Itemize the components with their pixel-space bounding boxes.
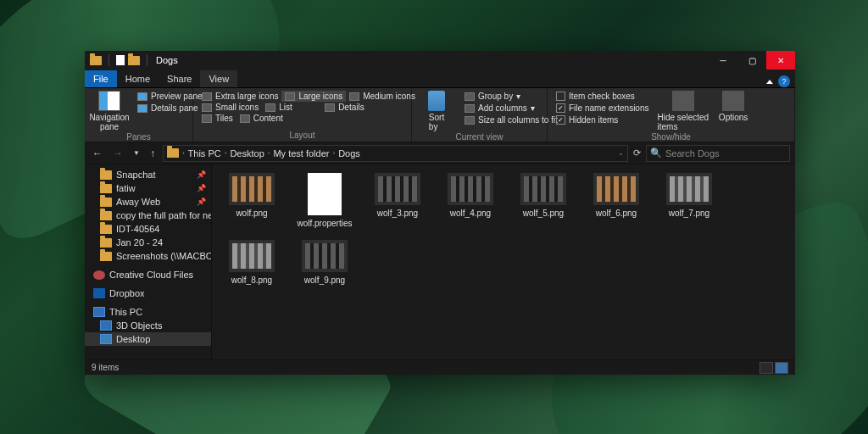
group-label: Show/hide	[553, 131, 789, 142]
layout-details[interactable]: Details	[321, 102, 368, 113]
sort-by-button[interactable]: Sort by	[417, 91, 456, 131]
sidebar-item[interactable]: 3D Objects	[85, 319, 211, 332]
file-item[interactable]: wolf.properties	[288, 173, 361, 228]
minimize-button[interactable]: ─	[709, 51, 737, 70]
file-item[interactable]: wolf_7.png	[653, 173, 726, 228]
size-columns-button[interactable]: Size all columns to fit	[461, 114, 561, 125]
sidebar-item-dropbox[interactable]: Dropbox	[85, 287, 211, 300]
drive-icon	[100, 334, 112, 344]
image-thumbnail	[448, 173, 493, 205]
image-thumbnail	[229, 240, 275, 272]
back-button[interactable]: ←	[90, 147, 105, 159]
close-button[interactable]: ✕	[766, 51, 795, 70]
file-item[interactable]: wolf_3.png	[361, 173, 434, 228]
folder-icon	[100, 170, 112, 180]
tab-file[interactable]: File	[85, 70, 117, 87]
address-bar: ← → ▼ ↑ › This PC› Desktop› My test fold…	[85, 142, 795, 164]
recent-button[interactable]: ▼	[131, 149, 142, 157]
sidebar-item[interactable]: Away Web📌	[85, 195, 211, 209]
group-by-button[interactable]: Group by ▾	[461, 91, 561, 102]
folder-icon	[90, 56, 102, 65]
search-box[interactable]: 🔍 Search Dogs	[646, 145, 790, 162]
sidebar-item[interactable]: Screenshots (\\MACBOOK	[85, 249, 211, 263]
sidebar-item[interactable]: copy the full path for netw📌	[85, 209, 211, 222]
layout-list[interactable]: List	[262, 102, 321, 113]
add-columns-button[interactable]: Add columns ▾	[461, 103, 561, 114]
hide-selected-button[interactable]: Hide selected items	[658, 91, 709, 131]
file-name-extensions[interactable]: ✓File name extensions	[553, 103, 653, 114]
group-label: Panes	[90, 131, 187, 142]
item-check-boxes[interactable]: Item check boxes	[553, 91, 653, 102]
sidebar-item-ccf[interactable]: Creative Cloud Files	[85, 268, 211, 281]
layout-medium[interactable]: Medium icons	[346, 91, 419, 102]
file-item[interactable]: wolf_9.png	[288, 240, 361, 285]
file-item[interactable]: wolf_5.png	[507, 173, 580, 228]
folder-icon	[100, 198, 112, 207]
sidebar-item[interactable]: Jan 20 - 24	[85, 236, 211, 249]
file-item[interactable]: wolf.png	[215, 173, 288, 228]
file-grid[interactable]: wolf.pngwolf.propertieswolf_3.pngwolf_4.…	[212, 164, 795, 359]
titlebar[interactable]: Dogs ─ ▢ ✕	[85, 51, 795, 70]
options-button[interactable]: Options	[714, 91, 753, 122]
ribbon-collapse-icon[interactable]	[766, 80, 773, 84]
hidden-items[interactable]: ✓Hidden items	[553, 114, 653, 125]
folder-icon	[167, 148, 179, 158]
breadcrumb[interactable]: › This PC› Desktop› My test folder› Dogs…	[163, 145, 628, 162]
navigation-pane-button[interactable]: Navigation pane	[90, 91, 129, 131]
tab-home[interactable]: Home	[117, 70, 159, 87]
layout-small[interactable]: Small icons	[198, 102, 262, 113]
icons-view-button[interactable]	[775, 362, 788, 374]
file-name: wolf_3.png	[377, 209, 418, 218]
drive-icon	[100, 320, 112, 331]
refresh-button[interactable]: ⟳	[633, 147, 641, 159]
layout-content[interactable]: Content	[236, 113, 287, 124]
sidebar-item[interactable]: fatiw📌	[85, 181, 211, 195]
layout-large[interactable]: Large icons	[281, 91, 346, 102]
file-name: wolf.png	[236, 209, 267, 218]
maximize-button[interactable]: ▢	[737, 51, 766, 70]
group-label: Current view	[417, 131, 542, 142]
pc-icon	[93, 307, 105, 317]
file-item[interactable]: wolf_4.png	[434, 173, 507, 228]
folder-icon	[100, 211, 112, 220]
ribbon: Navigation pane Preview pane Details pan…	[85, 88, 795, 142]
breadcrumb-item[interactable]: Desktop	[230, 148, 264, 159]
file-name: wolf_7.png	[669, 209, 709, 218]
folder-icon	[128, 56, 140, 65]
search-icon: 🔍	[650, 147, 662, 159]
dropbox-icon	[93, 288, 105, 298]
breadcrumb-item[interactable]: This PC	[188, 148, 221, 159]
layout-extra-large[interactable]: Extra large icons	[198, 91, 281, 102]
group-label: Layout	[198, 130, 406, 140]
breadcrumb-item[interactable]: My test folder	[273, 148, 329, 159]
up-button[interactable]: ↑	[147, 147, 158, 159]
tab-view[interactable]: View	[200, 70, 237, 87]
window-title: Dogs	[156, 55, 178, 65]
file-item[interactable]: wolf_6.png	[580, 173, 653, 228]
tab-share[interactable]: Share	[159, 70, 200, 87]
folder-icon	[100, 225, 112, 234]
file-name: wolf.properties	[297, 219, 352, 228]
ribbon-tabs: File Home Share View ?	[85, 70, 795, 88]
search-placeholder: Search Dogs	[665, 148, 720, 159]
sidebar-item[interactable]: IDT-40564	[85, 222, 211, 236]
sidebar-item-thispc[interactable]: This PC	[85, 305, 211, 319]
folder-icon	[100, 252, 112, 261]
sidebar-item[interactable]: Desktop	[85, 332, 211, 346]
breadcrumb-item[interactable]: Dogs	[338, 148, 360, 159]
layout-tiles[interactable]: Tiles	[198, 113, 236, 124]
help-icon[interactable]: ?	[778, 75, 790, 87]
forward-button[interactable]: →	[110, 147, 125, 159]
file-name: wolf_5.png	[523, 209, 564, 218]
details-view-button[interactable]	[760, 362, 773, 374]
file-name: wolf_9.png	[304, 275, 345, 285]
file-item[interactable]: wolf_8.png	[215, 240, 288, 285]
file-icon	[308, 173, 342, 215]
doc-icon	[116, 55, 125, 65]
sidebar-item[interactable]: Snapchat📌	[85, 168, 211, 181]
file-name: wolf_4.png	[450, 209, 491, 218]
explorer-window: Dogs ─ ▢ ✕ File Home Share View ? Naviga…	[85, 51, 795, 373]
file-name: wolf_6.png	[596, 209, 637, 218]
image-thumbnail	[302, 240, 348, 272]
cloud-icon	[93, 270, 105, 280]
